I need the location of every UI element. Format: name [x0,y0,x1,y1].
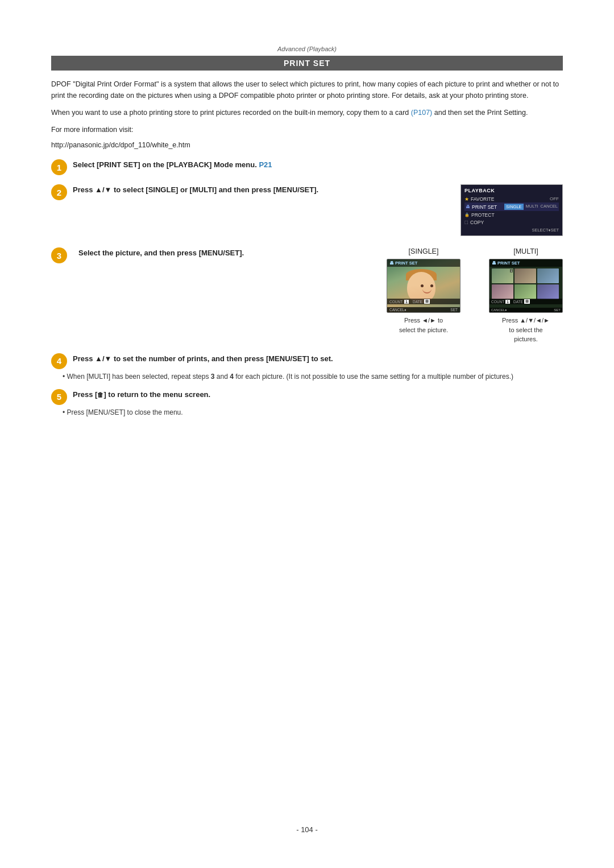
step-4-text: Press ▲/▼ to set the number of prints, a… [73,353,333,365]
multi-count-date-bar: COUNT 1 DATE ⊞ [489,299,562,304]
single-label: [SINGLE] [409,247,439,255]
menu-row-favorite: ★ FAVORITE OFF [464,195,559,202]
right-eye [430,284,433,287]
menu-value-favorite: OFF [550,196,559,201]
count-value: 1 [404,300,409,304]
multi-wrapper: [MULTI] 🖶 PRINT SET 1 [489,247,563,344]
multi-cancel-set-bar: CANCEL♦ SET [489,308,562,312]
thumb-1-num: 1 [510,269,513,272]
menu-title: PLAYBACK [464,188,559,193]
multi-date-label: DATE [513,300,523,304]
step-3-number: 3 [51,247,67,263]
multi-set-label: SET [554,308,561,312]
step-3-right: [SINGLE] 🖶 PRINT SET [387,247,563,344]
multi-label: [MULTI] [513,247,538,255]
portrait-area [396,266,430,303]
print-icon: 🖶 [466,204,470,209]
menu-opt-single: SINGLE [504,204,524,210]
multi-screen: 🖶 PRINT SET 1 [489,259,563,313]
step-2: 2 Press ▲/▼ to select [SINGLE] or [MULTI… [51,184,563,236]
step-3-text-block: Select the picture, and then press [MENU… [78,247,387,259]
star-icon: ★ [464,196,469,202]
step-4-number: 4 [51,353,67,369]
multi-count-value: 1 [505,300,510,304]
intro-paragraph-3: For more information visit: [51,124,563,135]
multi-count-label: COUNT [491,300,504,304]
select-set-row: SELECT♦SET [464,228,559,233]
menu-row-copy: ⬚ COPY [464,218,559,226]
set-label: SET [450,308,458,312]
thumb-1: 1 [492,268,513,283]
intro-paragraph-1: DPOF "Digital Print Order Format" is a s… [51,78,563,101]
face-eyes [421,284,433,287]
cancel-label: CANCEL♦ [389,308,406,312]
menu-opt-multi: MULTI [526,204,538,210]
date-value: ⊞ [424,299,430,304]
face-smile [422,289,432,294]
step-4-main: 4 Press ▲/▼ to set the number of prints,… [51,353,333,369]
step-5: 5 Press [🗑] to return to the menu screen… [51,389,563,418]
p107-link[interactable]: (P107) [411,109,433,117]
step-4-content: Press ▲/▼ to set the number of prints, a… [73,353,333,365]
thumb-4 [492,284,513,299]
count-label: COUNT [389,300,403,304]
step-1-content: Select [PRINT SET] on the [PLAYBACK] Mod… [73,159,563,171]
step-2-text-block: Press ▲/▼ to select [SINGLE] or [MULTI] … [73,184,449,196]
copy-icon: ⬚ [464,220,468,225]
multi-cancel-label: CANCEL♦ [491,308,507,312]
thumb-6 [537,284,559,299]
single-multi-area: [SINGLE] 🖶 PRINT SET [387,247,563,344]
step-1-text: Select [PRINT SET] on the [PLAYBACK] Mod… [73,159,563,171]
single-print-label: 🖶 PRINT SET [389,261,417,266]
step-5-number: 5 [51,389,67,405]
step-2-text: Press ▲/▼ to select [SINGLE] or [MULTI] … [73,184,449,196]
step-5-bullet: Press [MENU/SET] to close the menu. [63,407,183,418]
step-3-text: Select the picture, and then press [MENU… [78,247,387,259]
date-label: DATE [413,300,422,304]
step-1: 1 Select [PRINT SET] on the [PLAYBACK] M… [51,159,563,175]
menu-label-protect: 🔒 PROTECT [464,212,495,218]
step-3-area: 3 Select the picture, and then press [ME… [51,247,563,344]
menu-opt-cancel: CANCEL [541,204,558,210]
page-header: PRINT SET [51,56,563,71]
step-5-text: Press [🗑] to return to the menu screen. [73,389,210,401]
single-count-date-bar: COUNT 1 DATE ⊞ [387,299,460,304]
url-text: http://panasonic.jp/dc/dpof_110/white_e.… [51,141,563,149]
thumb-5 [515,284,536,299]
p21-link[interactable]: P21 [259,160,272,169]
multi-print-label: 🖶 PRINT SET [492,261,520,266]
thumb-2 [515,268,536,283]
left-eye [421,284,424,287]
step-2-number: 2 [51,184,67,200]
single-cancel-set-bar: CANCEL♦ SET [387,307,460,312]
menu-label-favorite: ★ FAVORITE [464,196,494,202]
step-5-content: Press [🗑] to return to the menu screen. [73,389,210,401]
multi-date-value: ⊞ [524,299,530,304]
step-4: 4 Press ▲/▼ to set the number of prints,… [51,353,563,382]
single-press-text: Press ◄/► toselect the picture. [399,316,448,334]
menu-label-copy: ⬚ COPY [464,220,484,225]
step-5-main: 5 Press [🗑] to return to the menu screen… [51,389,210,405]
step-4-bullet: When [MULTI] has been selected, repeat s… [63,371,513,382]
page-number: - 104 - [0,825,614,834]
menu-label-printset: 🖶 PRINT SET [466,204,497,210]
step-1-number: 1 [51,159,67,175]
thumb-3 [537,268,559,283]
playback-menu-screenshot: PLAYBACK ★ FAVORITE OFF 🖶 PRINT SET SING… [460,184,563,236]
menu-row-printset: 🖶 PRINT SET SINGLE MULTI CANCEL [464,202,559,211]
step-2-with-image: Press ▲/▼ to select [SINGLE] or [MULTI] … [73,184,563,236]
single-wrapper: [SINGLE] 🖶 PRINT SET [387,247,460,334]
single-screen: 🖶 PRINT SET [387,259,460,313]
menu-row-protect: 🔒 PROTECT [464,211,559,218]
multi-press-text: Press ▲/▼/◄/►to select thepictures. [502,316,550,344]
step-2-content: Press ▲/▼ to select [SINGLE] or [MULTI] … [73,184,563,236]
multi-print-set-top: 🖶 PRINT SET [489,259,562,267]
section-label: Advanced (Playback) [51,46,563,52]
step-3-left: 3 Select the picture, and then press [ME… [51,247,387,263]
intro-paragraph-2: When you want to use a photo printing st… [51,107,563,118]
protect-icon: 🔒 [464,213,470,217]
page: Advanced (Playback) PRINT SET DPOF "Digi… [0,0,614,868]
menu-options-printset: SINGLE MULTI CANCEL [504,204,558,210]
